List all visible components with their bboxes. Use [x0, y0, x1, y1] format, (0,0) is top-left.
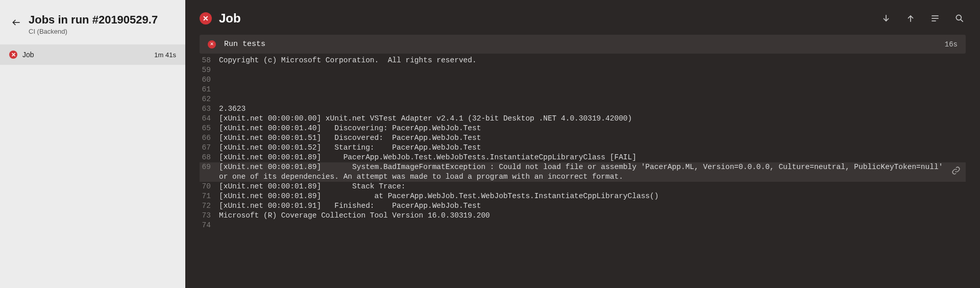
line-number: 71 — [200, 191, 219, 201]
log-line[interactable]: 68[xUnit.net 00:00:01.89] PacerApp.WebJo… — [200, 153, 966, 162]
search-button[interactable] — [953, 12, 966, 25]
log-line[interactable]: 62 — [200, 94, 966, 104]
word-wrap-button[interactable] — [929, 12, 941, 25]
line-number: 73 — [200, 211, 219, 221]
job-duration: 1m 41s — [154, 51, 176, 59]
line-number: 69 — [200, 162, 219, 172]
log-line[interactable]: 632.3623 — [200, 104, 966, 114]
job-name: Job — [22, 51, 149, 59]
step-header[interactable]: ✕ Run tests 16s — [200, 35, 966, 54]
log-line[interactable]: 71[xUnit.net 00:00:01.89] at PacerApp.We… — [200, 191, 966, 201]
job-list: ✕ Job 1m 41s — [0, 44, 185, 65]
scroll-down-button[interactable] — [880, 12, 892, 25]
log-line[interactable]: 60 — [200, 75, 966, 85]
log-line[interactable]: 64[xUnit.net 00:00:00.00] xUnit.net VSTe… — [200, 114, 966, 124]
log-line[interactable]: 59 — [200, 65, 966, 75]
line-text: [xUnit.net 00:00:01.89] PacerApp.WebJob.… — [219, 153, 966, 162]
line-number: 61 — [200, 85, 219, 94]
line-number: 70 — [200, 182, 219, 191]
job-title: Job — [219, 11, 241, 26]
log-line[interactable]: 58Copyright (c) Microsoft Corporation. A… — [200, 56, 966, 65]
line-number: 74 — [200, 221, 219, 230]
line-text: [xUnit.net 00:00:01.52] Starting: PacerA… — [219, 143, 966, 153]
line-number: 63 — [200, 104, 219, 114]
line-number: 62 — [200, 94, 219, 104]
line-number: 58 — [200, 56, 219, 65]
log-line[interactable]: 66[xUnit.net 00:00:01.51] Discovered: Pa… — [200, 133, 966, 143]
status-failed-icon: ✕ — [9, 51, 17, 59]
status-failed-icon: ✕ — [208, 40, 216, 49]
status-failed-icon: ✕ — [200, 12, 212, 25]
log-panel: ✕ Job ✕ Run tests 16s 58Copyright (c) Mi… — [185, 0, 980, 288]
line-number: 68 — [200, 153, 219, 162]
jobs-sidebar: Jobs in run #20190529.7 CI (Backend) ✕ J… — [0, 0, 185, 288]
line-number: 64 — [200, 114, 219, 124]
line-text: [xUnit.net 00:00:00.00] xUnit.net VSTest… — [219, 114, 966, 124]
line-number: 67 — [200, 143, 219, 153]
log-line[interactable]: 70[xUnit.net 00:00:01.89] Stack Trace: — [200, 182, 966, 191]
log-output[interactable]: 58Copyright (c) Microsoft Corporation. A… — [200, 56, 966, 230]
copy-link-icon[interactable] — [951, 166, 961, 178]
log-line[interactable]: 61 — [200, 85, 966, 94]
line-number: 60 — [200, 75, 219, 85]
line-number: 65 — [200, 124, 219, 133]
line-text: [xUnit.net 00:00:01.89] Stack Trace: — [219, 182, 966, 191]
page-title: Jobs in run #20190529.7 — [29, 13, 158, 27]
sidebar-header: Jobs in run #20190529.7 CI (Backend) — [0, 0, 185, 44]
log-line[interactable]: 65[xUnit.net 00:00:01.40] Discovering: P… — [200, 124, 966, 133]
line-text: 2.3623 — [219, 104, 966, 114]
sidebar-header-text: Jobs in run #20190529.7 CI (Backend) — [29, 13, 158, 35]
line-text: [xUnit.net 00:00:01.51] Discovered: Pace… — [219, 133, 966, 143]
log-line[interactable]: 69[xUnit.net 00:00:01.89] System.BadImag… — [200, 162, 966, 182]
line-text: [xUnit.net 00:00:01.91] Finished: PacerA… — [219, 201, 966, 211]
line-text: [xUnit.net 00:00:01.89] at PacerApp.WebJ… — [219, 191, 966, 201]
log-toolbar — [880, 12, 966, 25]
log-line[interactable]: 73Microsoft (R) Coverage Collection Tool… — [200, 211, 966, 221]
line-text: Copyright (c) Microsoft Corporation. All… — [219, 56, 966, 65]
line-text: Microsoft (R) Coverage Collection Tool V… — [219, 211, 966, 221]
step-duration: 16s — [945, 40, 958, 49]
svg-line-7 — [961, 19, 963, 22]
log-header: ✕ Job — [185, 0, 980, 35]
scroll-up-button[interactable] — [904, 12, 917, 25]
step-name: Run tests — [224, 40, 265, 49]
log-line[interactable]: 67[xUnit.net 00:00:01.52] Starting: Pace… — [200, 143, 966, 153]
line-text: [xUnit.net 00:00:01.89] System.BadImageF… — [219, 162, 966, 182]
log-line[interactable]: 74 — [200, 221, 966, 230]
back-button[interactable] — [10, 16, 22, 29]
line-number: 59 — [200, 65, 219, 75]
log-line[interactable]: 72[xUnit.net 00:00:01.91] Finished: Pace… — [200, 201, 966, 211]
svg-point-6 — [956, 15, 961, 20]
line-number: 66 — [200, 133, 219, 143]
line-number: 72 — [200, 201, 219, 211]
pipeline-name: CI (Backend) — [29, 28, 158, 35]
line-text: [xUnit.net 00:00:01.40] Discovering: Pac… — [219, 124, 966, 133]
job-row[interactable]: ✕ Job 1m 41s — [0, 44, 185, 65]
